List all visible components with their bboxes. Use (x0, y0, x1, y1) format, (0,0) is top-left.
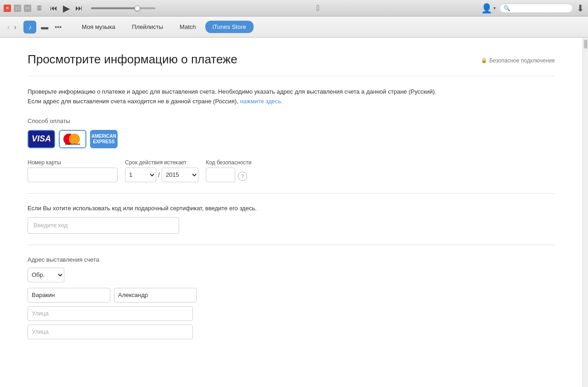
cvv-label: Код безопасности (206, 159, 252, 166)
maximize-button[interactable]: □ (14, 5, 21, 12)
card-number-input[interactable] (28, 168, 118, 182)
mastercard-button[interactable]: MasterCard (59, 130, 86, 148)
expiry-group: Срок действия истекает 1234 5678 9101112… (125, 159, 198, 182)
cvv-input[interactable] (206, 168, 235, 182)
payment-methods: VISA MasterCard AMERICAN EXPRESS (28, 130, 555, 148)
progress-fill (91, 7, 136, 9)
tab-match[interactable]: Match (172, 21, 203, 33)
first-name-input[interactable] (114, 288, 197, 303)
scrollbar-thumb[interactable] (584, 39, 588, 49)
nav-bar: ‹ › ♪ ▬ ••• Моя музыка Плейлисты Match i… (0, 17, 588, 38)
user-dropdown-icon: ▾ (493, 6, 496, 11)
minimize-button[interactable]: ─ (24, 5, 31, 12)
expiry-slash: / (158, 171, 160, 179)
info-text: Проверьте информацию о платеже и адрес д… (28, 87, 555, 107)
card-number-group: Номер карты (28, 159, 118, 182)
last-name-input[interactable] (28, 288, 110, 303)
title-bar-right: 👤 ▾ 🔍 ⬇ (481, 3, 584, 14)
page-title: Просмотрите информацию о платеже (28, 52, 237, 67)
apple-logo:  (317, 3, 320, 13)
tab-itunes-store[interactable]: iTunes Store (205, 21, 254, 33)
secure-label: Безопасное подключение (489, 57, 555, 64)
voucher-text: Если Вы хотите использовать код или пода… (28, 205, 555, 212)
cvv-help-button[interactable]: ? (238, 172, 247, 181)
street1-input[interactable] (28, 306, 193, 321)
close-button[interactable]: ✕ (4, 5, 11, 12)
nav-tabs: Моя музыка Плейлисты Match iTunes Store (74, 21, 254, 33)
expiry-label: Срок действия истекает (125, 159, 198, 166)
rewind-button[interactable]: ⏮ (49, 3, 58, 13)
billing-label: Адрес выставления счета (28, 256, 555, 263)
main-content: Просмотрите информацию о платеже 🔒 Безоп… (0, 38, 582, 387)
expiry-month-select[interactable]: 1234 5678 9101112 (125, 168, 156, 182)
video-icon[interactable]: ▬ (38, 21, 51, 34)
payment-method-label: Способ оплаты (28, 118, 555, 124)
street2-input[interactable] (28, 325, 193, 339)
card-details-row: Номер карты Срок действия истекает 1234 … (28, 159, 555, 182)
expiry-year-select[interactable]: 201520162017201820192020 (162, 168, 198, 182)
billing-section: Адрес выставления счета Обр. Г-н Г-жа (28, 256, 555, 339)
progress-bar[interactable] (91, 7, 155, 9)
search-icon: 🔍 (503, 5, 510, 11)
amex-button[interactable]: AMERICAN EXPRESS (90, 130, 118, 148)
user-icon: 👤 (481, 3, 492, 14)
menu-icon[interactable]: ☰ (34, 4, 45, 12)
content-wrapper: Просмотрите информацию о платеже 🔒 Безоп… (0, 38, 588, 387)
section-divider-2 (28, 245, 555, 245)
info-line-1: Проверьте информацию о платеже и адрес д… (28, 87, 555, 97)
lock-icon: 🔒 (481, 57, 487, 63)
forward-button[interactable]: › (12, 22, 18, 32)
more-options-button[interactable]: ••• (53, 23, 63, 31)
title-bar-left: ✕ □ ─ ☰ ⏮ ▶ ⏭ (4, 2, 155, 15)
download-button[interactable]: ⬇ (577, 3, 584, 14)
info-line-2: Если адрес для выставления счета находит… (28, 97, 555, 107)
nav-arrows: ‹ › (6, 22, 18, 32)
expiry-row: 1234 5678 9101112 / 20152016201720182019… (125, 168, 198, 182)
amex-line1: AMERICAN (91, 134, 116, 139)
voucher-input[interactable] (28, 217, 179, 234)
search-input[interactable] (512, 5, 567, 11)
music-icon[interactable]: ♪ (23, 21, 36, 34)
visa-button[interactable]: VISA (28, 130, 55, 148)
payment-section: Способ оплаты VISA MasterCard AMERICAN E… (28, 118, 555, 148)
back-button[interactable]: ‹ (6, 22, 11, 32)
salutation-select[interactable]: Обр. Г-н Г-жа (28, 268, 64, 282)
progress-knob[interactable] (135, 6, 140, 11)
title-bar: ✕ □ ─ ☰ ⏮ ▶ ⏭  👤 ▾ 🔍 ⬇ (0, 0, 588, 17)
fastforward-button[interactable]: ⏭ (74, 3, 84, 13)
scrollbar-track[interactable] (582, 38, 588, 387)
tab-playlists[interactable]: Плейлисты (124, 21, 170, 33)
secure-connection: 🔒 Безопасное подключение (481, 57, 555, 64)
mc-text: MasterCard (65, 143, 80, 146)
tab-my-music[interactable]: Моя музыка (74, 21, 123, 33)
card-number-label: Номер карты (28, 159, 118, 166)
play-button[interactable]: ▶ (62, 2, 71, 15)
playback-controls: ⏮ ▶ ⏭ (49, 2, 155, 15)
search-box[interactable]: 🔍 (499, 4, 573, 13)
click-here-link[interactable]: нажмите здесь. (240, 98, 283, 105)
amex-line2: EXPRESS (93, 139, 114, 144)
section-divider-1 (28, 193, 555, 194)
user-account-button[interactable]: 👤 ▾ (481, 3, 496, 14)
cvv-group: Код безопасности ? (206, 159, 252, 182)
title-row: Просмотрите информацию о платеже 🔒 Безоп… (28, 52, 555, 76)
name-row (28, 288, 555, 303)
voucher-section: Если Вы хотите использовать код или пода… (28, 205, 555, 234)
